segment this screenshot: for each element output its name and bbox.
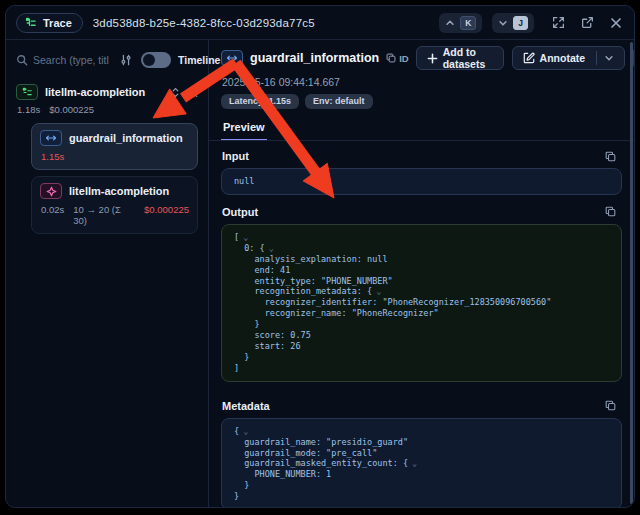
- copy-input-icon[interactable]: [605, 151, 616, 162]
- code-line: end: 41: [234, 265, 609, 276]
- add-to-datasets-button[interactable]: Add to datasets: [416, 46, 504, 70]
- generation-latency: 0.02s: [41, 204, 64, 226]
- plus-icon: [427, 53, 438, 64]
- code-line: recognizer_name: "PhoneRecognizer": [234, 308, 609, 319]
- copy-metadata-icon[interactable]: [605, 400, 616, 411]
- open-external-icon[interactable]: [581, 16, 594, 29]
- trace-type-pill: Trace: [16, 13, 83, 33]
- next-trace-button[interactable]: J: [492, 13, 534, 33]
- code-line: entity_type: "PHONE_NUMBER": [234, 276, 609, 287]
- code-line: score: 0.75: [234, 330, 609, 341]
- code-line: [⌄: [234, 232, 609, 243]
- tree-item-guardrail-information[interactable]: guardrail_information 1.15s: [31, 123, 198, 170]
- chevron-up-icon: [445, 18, 455, 28]
- code-line: }: [234, 319, 609, 330]
- shortcut-k-badge: K: [460, 16, 476, 30]
- code-line: PHONE_NUMBER: 1: [234, 469, 609, 480]
- observation-tree: litellm-acompletion 1.18s $0.000225: [16, 84, 200, 234]
- trace-pill-label: Trace: [43, 17, 72, 29]
- observation-detail-panel: guardrail_information ID Add to datasets: [209, 40, 634, 508]
- prev-trace-button[interactable]: K: [439, 13, 482, 33]
- expand-all-icon[interactable]: [170, 87, 181, 98]
- collapse-caret-icon[interactable]: ⌄: [243, 426, 248, 436]
- code-line: guardrail_name: "presidio_guard": [234, 437, 609, 448]
- input-section-heading: Input: [222, 150, 605, 162]
- code-line: guardrail_mode: "pre_call": [234, 448, 609, 459]
- code-line: null: [234, 176, 609, 187]
- input-code-block: null: [221, 168, 622, 195]
- metadata-code-block: {⌄ guardrail_name: "presidio_guard" guar…: [221, 418, 622, 508]
- collapse-caret-icon[interactable]: ⌄: [376, 286, 381, 296]
- output-code-block: [⌄ 0: {⌄ analysis_explanation: null end:…: [221, 224, 622, 382]
- collapse-caret-icon[interactable]: ⌄: [269, 243, 274, 253]
- code-line: ]: [234, 363, 609, 374]
- close-icon[interactable]: [610, 17, 622, 29]
- copy-id-button[interactable]: ID: [386, 53, 409, 64]
- generation-tokens: 10 → 20 (Σ 30): [73, 204, 135, 226]
- button-divider: [596, 51, 597, 65]
- code-line: }: [234, 480, 609, 491]
- tree-root-row[interactable]: litellm-acompletion: [16, 84, 200, 100]
- trace-node-icon: [16, 84, 38, 100]
- annotate-button[interactable]: Annotate: [512, 46, 626, 70]
- span-type-icon: [221, 50, 243, 66]
- chevron-down-icon: [498, 18, 508, 28]
- tree-item-litellm-acompletion[interactable]: litellm-acompletion 0.02s 10 → 20 (Σ 30)…: [31, 176, 198, 234]
- code-line: }: [234, 491, 609, 502]
- env-badge: Env: default: [305, 94, 373, 109]
- expand-fullscreen-icon[interactable]: [552, 16, 565, 29]
- comments-button[interactable]: [633, 46, 634, 70]
- timeline-toggle[interactable]: [141, 52, 171, 68]
- latency-badge: Latency: 1.15s: [221, 94, 299, 109]
- observation-timestamp: 2025-05-16 09:44:14.667: [222, 76, 622, 88]
- generation-label: litellm-acompletion: [69, 185, 169, 197]
- code-line: 0: {⌄: [234, 243, 609, 254]
- span-label: guardrail_information: [69, 132, 183, 144]
- collapse-caret-icon[interactable]: ⌄: [412, 458, 417, 468]
- chevron-down-icon[interactable]: [604, 53, 614, 63]
- code-line: {⌄: [234, 426, 609, 437]
- code-line: start: 26: [234, 341, 609, 352]
- output-section-heading: Output: [222, 206, 605, 218]
- code-line: }: [234, 352, 609, 363]
- collapse-all-icon[interactable]: [189, 87, 200, 98]
- trace-latency: 1.18s: [17, 104, 40, 115]
- span-type-icon: [40, 130, 62, 146]
- sliders-icon[interactable]: [120, 54, 132, 66]
- shortcut-j-badge: J: [513, 16, 528, 30]
- search-icon: [16, 54, 28, 66]
- tree-root-label: litellm-acompletion: [45, 86, 163, 98]
- topbar: Trace 3dd538d8-b25e-4382-8fcc-03d293da77…: [6, 6, 634, 40]
- code-line: analysis_explanation: null: [234, 254, 609, 265]
- trace-cost: $0.000225: [49, 104, 94, 115]
- code-line: recognition_metadata: {⌄: [234, 286, 609, 297]
- divider: [209, 140, 634, 141]
- trace-detail-dialog: Trace 3dd538d8-b25e-4382-8fcc-03d293da77…: [5, 5, 635, 508]
- trace-id: 3dd538d8-b25e-4382-8fcc-03d293da77c5: [93, 17, 429, 29]
- page-title: guardrail_information: [250, 51, 379, 65]
- trace-tree-icon: [25, 17, 37, 29]
- metadata-section-heading: Metadata: [222, 400, 605, 412]
- annotate-pen-icon: [523, 52, 535, 64]
- code-line: recognizer_identifier: "PhoneRecognizer_…: [234, 297, 609, 308]
- generation-cost: $0.000225: [144, 204, 189, 226]
- generation-type-icon: [40, 183, 62, 199]
- copy-output-icon[interactable]: [605, 206, 616, 217]
- vertical-scrollbar[interactable]: [630, 42, 634, 504]
- collapse-caret-icon[interactable]: ⌄: [243, 232, 248, 242]
- code-line: guardrail_masked_entity_count: {⌄: [234, 458, 609, 469]
- trace-tree-sidebar: Timeline litellm-acompletion: [6, 40, 209, 508]
- span-latency: 1.15s: [41, 151, 64, 162]
- search-input[interactable]: [33, 54, 115, 66]
- tab-preview[interactable]: Preview: [221, 121, 267, 141]
- trace-metrics: 1.18s $0.000225: [17, 104, 200, 115]
